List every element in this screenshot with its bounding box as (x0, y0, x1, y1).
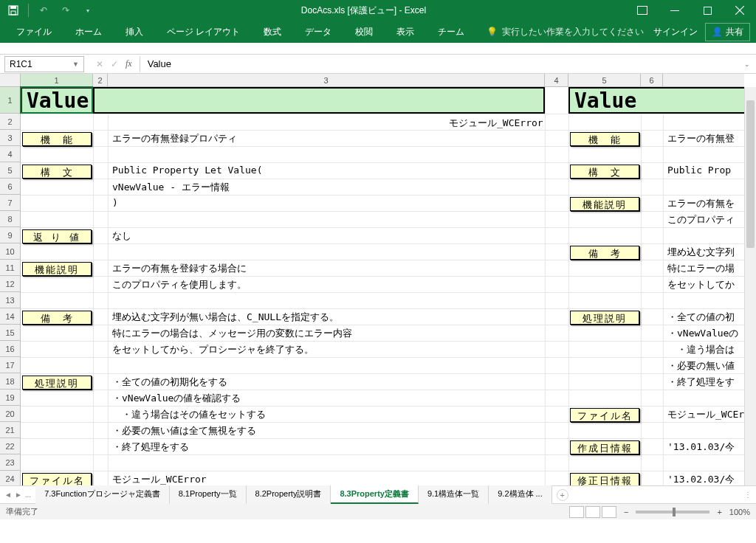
col-header[interactable]: 4 (545, 74, 568, 86)
header-cell-blank[interactable] (93, 87, 545, 114)
tab-review[interactable]: 校閲 (345, 21, 383, 43)
tab-view[interactable]: 表示 (386, 21, 425, 43)
fx-icon[interactable]: fx (126, 58, 132, 69)
vertical-scrollbar[interactable] (744, 87, 756, 485)
row-header[interactable]: 2 (0, 114, 20, 130)
col-header[interactable]: 2 (93, 74, 108, 86)
close-icon[interactable] (724, 0, 756, 21)
row-header[interactable]: 19 (0, 390, 20, 406)
field-label: 処理説明 (22, 376, 92, 390)
share-button[interactable]: 👤 共有 (705, 23, 750, 41)
tab-pagelayout[interactable]: ページ レイアウト (157, 21, 250, 43)
field-value: ・違う場合はその値をセットする (112, 408, 266, 421)
header-cell-value-right[interactable]: Value (568, 87, 753, 114)
view-page-layout-button[interactable] (585, 506, 600, 518)
qat-dropdown-icon[interactable]: ▾ (79, 1, 97, 19)
view-normal-button[interactable] (569, 506, 584, 518)
field-label: 機能説明 (22, 262, 92, 276)
view-page-break-button[interactable] (602, 506, 616, 518)
zoom-slider[interactable] (636, 511, 709, 513)
redo-button[interactable]: ↷ (57, 1, 75, 19)
select-all-corner[interactable] (0, 74, 21, 86)
row-header[interactable]: 14 (0, 308, 20, 325)
col-header[interactable]: 1 (21, 74, 93, 86)
zoom-value[interactable]: 100% (729, 508, 750, 516)
field-label: ファイル名 (570, 408, 639, 422)
sheet-tab[interactable]: 8.1Property一覧 (170, 485, 247, 504)
field-label: 機 能 (570, 132, 639, 146)
row-header[interactable]: 6 (0, 179, 20, 195)
col-header[interactable]: 3 (108, 74, 545, 86)
tab-file[interactable]: ファイル (6, 21, 62, 43)
sheet-tab[interactable]: 9.1構造体一覧 (419, 485, 489, 504)
tab-data[interactable]: データ (295, 21, 342, 43)
sign-in-link[interactable]: サインイン (653, 26, 698, 38)
add-sheet-button[interactable]: + (557, 489, 568, 501)
field-value: Public Prop (667, 165, 731, 176)
row-header[interactable]: 17 (0, 357, 20, 373)
row-header[interactable]: 7 (0, 195, 20, 211)
zoom-in-icon[interactable]: + (717, 508, 721, 516)
maximize-icon[interactable] (691, 0, 724, 21)
row-header[interactable]: 4 (0, 146, 20, 162)
save-button[interactable] (4, 1, 22, 19)
zoom-out-icon[interactable]: − (624, 508, 628, 516)
undo-button[interactable]: ↶ (35, 1, 52, 19)
row-header[interactable]: 1 (0, 87, 20, 114)
row-header[interactable]: 15 (0, 325, 20, 341)
row-header[interactable]: 13 (0, 292, 20, 308)
row-header[interactable]: 22 (0, 438, 20, 454)
tab-formulas[interactable]: 数式 (253, 21, 292, 43)
sheet-tab[interactable]: 8.2Property説明書 (247, 485, 331, 504)
tab-team[interactable]: チーム (427, 21, 475, 43)
minimize-icon[interactable] (659, 0, 691, 21)
tell-me-search[interactable]: 💡 実行したい作業を入力してください (487, 26, 644, 38)
row-header[interactable]: 16 (0, 341, 20, 357)
sheet-tab[interactable]: 7.3Functionプロシージャ定義書 (35, 485, 169, 504)
field-value: エラーの有無登 (667, 132, 735, 145)
row-header[interactable]: 5 (0, 162, 20, 179)
tab-nav-first-icon[interactable]: ◄ (4, 491, 12, 499)
field-label: 構 文 (570, 165, 639, 179)
field-value: ・必要の無い値 (667, 359, 735, 373)
field-label: 構 文 (22, 165, 92, 179)
spreadsheet-grid[interactable]: 1 2 3 4 5 6 1234567891011121314151617181… (0, 74, 756, 485)
tab-insert[interactable]: 挿入 (115, 21, 154, 43)
formula-input[interactable]: Value (140, 58, 738, 69)
row-headers: 123456789101112131415161718192021222324 (0, 87, 21, 485)
lightbulb-icon: 💡 (487, 27, 498, 37)
row-header[interactable]: 21 (0, 422, 20, 438)
sheet-tab[interactable]: 9.2構造体 ... (489, 485, 552, 504)
col-header[interactable]: 5 (568, 74, 641, 86)
row-header[interactable]: 9 (0, 227, 20, 243)
tab-home[interactable]: ホーム (65, 21, 112, 43)
cells[interactable]: Value Value モジュール_WCError 機 能構 文返 り 値機能説… (21, 87, 744, 485)
col-header[interactable]: 6 (641, 74, 663, 86)
restore-down-icon[interactable] (626, 0, 659, 21)
row-header[interactable]: 11 (0, 260, 20, 276)
row-header[interactable]: 18 (0, 373, 20, 390)
sheet-tab[interactable]: 8.3Property定義書 (331, 485, 419, 504)
field-value: モジュール_WCErro (667, 408, 756, 421)
status-ready: 準備完了 (6, 506, 38, 517)
row-header[interactable]: 10 (0, 243, 20, 260)
tab-nav-more[interactable]: ... (25, 491, 31, 499)
row-header[interactable]: 3 (0, 130, 20, 146)
formula-expand-icon[interactable]: ⌄ (738, 60, 756, 68)
row-header[interactable]: 20 (0, 406, 20, 422)
field-label: 処理説明 (570, 311, 639, 325)
row-header[interactable]: 24 (0, 471, 20, 485)
tab-nav-prev-icon[interactable]: ► (15, 491, 22, 499)
name-box-dropdown-icon[interactable]: ▼ (72, 60, 79, 68)
svg-rect-1 (10, 6, 16, 9)
formula-accept-icon[interactable]: ✓ (111, 59, 118, 69)
scroll-thumb[interactable] (746, 100, 755, 248)
header-cell-value-left[interactable]: Value (21, 87, 93, 114)
formula-cancel-icon[interactable]: ✕ (96, 59, 103, 69)
field-label: 修正日情報 (570, 473, 639, 485)
row-header[interactable]: 8 (0, 211, 20, 227)
row-header[interactable]: 12 (0, 276, 20, 292)
row-header[interactable]: 23 (0, 454, 20, 471)
field-value: モジュール_WCError (112, 473, 207, 485)
name-box[interactable]: R1C1 ▼ (4, 56, 84, 72)
